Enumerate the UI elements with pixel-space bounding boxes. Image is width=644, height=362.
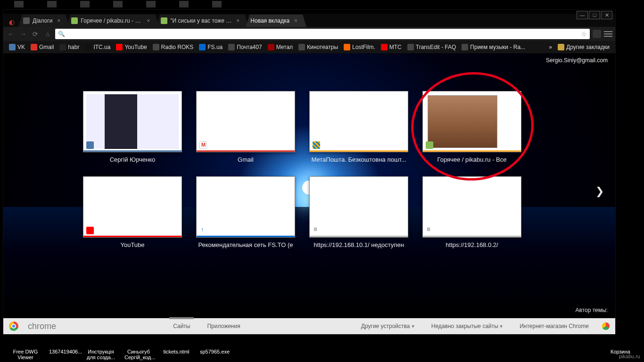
window-close-button[interactable]: ✕ [601, 11, 612, 19]
desktop-top-icons [0, 1, 644, 8]
tile-title: Сергій Юрченко [110, 156, 156, 163]
most-visited-tile[interactable]: YouTube [83, 176, 182, 248]
window-maximize-button[interactable]: □ [589, 11, 600, 19]
bookmark-label: YouTube [124, 44, 147, 50]
bookmarks-bar: VK Gmail habr ITC.ua YouTube Radio ROKS … [3, 41, 615, 53]
tab-close-icon[interactable]: × [147, 18, 152, 24]
bookmark-label: FS.ua [207, 44, 223, 50]
extension-icon[interactable] [593, 30, 601, 38]
bookmark-item[interactable]: YouTube [114, 43, 149, 51]
bookmark-item[interactable]: Кинотеатры [297, 43, 340, 51]
tab-label: Горячее / pikabu.ru - Все [81, 17, 142, 24]
bookmark-item[interactable]: LostFilm. [342, 43, 377, 51]
tab-0[interactable]: Діалоги× [18, 15, 69, 27]
tile-favicon [86, 141, 94, 149]
bookmark-item[interactable]: Почта407 [226, 43, 264, 51]
chrome-menu-icon[interactable] [604, 31, 612, 37]
bookmark-label: VK [17, 44, 25, 50]
tab-2[interactable]: "И сиськи у вас тоже збс× [156, 15, 248, 27]
most-visited-tile[interactable]: Сергій Юрченко [83, 91, 182, 163]
bookmark-label: habr [68, 44, 79, 50]
footer-sites-tab[interactable]: Сайты [169, 321, 194, 331]
address-input[interactable] [68, 31, 578, 37]
tab-label: "И сиськи у вас тоже збс [170, 17, 231, 24]
web-store-icon [602, 322, 610, 330]
new-tab-page: Sergio.Siniy@gmail.com Сергій ЮрченкоGma… [3, 53, 615, 318]
tab-close-icon[interactable]: × [294, 18, 300, 24]
titlebar: — □ ✕ [3, 10, 615, 14]
bookmark-label: МТС [389, 44, 402, 50]
bookmark-label: Radio ROKS [161, 44, 194, 50]
reload-button[interactable]: ⟳ [31, 29, 40, 39]
tab-1[interactable]: Горячее / pikabu.ru - Все× [66, 15, 159, 27]
bookmark-item[interactable]: Метал [266, 43, 295, 51]
footer-web-store[interactable]: Интернет-магазин Chrome [516, 321, 593, 331]
most-visited-tile[interactable]: Gmail [196, 91, 295, 163]
tile-favicon [313, 141, 320, 149]
tile-title: YouTube [120, 241, 144, 248]
ntp-footer: chrome Сайты Приложения Другие устройств… [3, 318, 615, 334]
tile-favicon [199, 227, 207, 234]
tile-title: Горячее / pikabu.ru - Все [437, 156, 506, 163]
chrome-logo-icon [9, 321, 18, 331]
tab-strip: ◐ Діалоги× Горячее / pikabu.ru - Все× "И… [3, 14, 615, 27]
desktop-shortcut-label[interactable]: 1367419406... [49, 349, 77, 360]
bookmarks-overflow-button[interactable]: » [547, 44, 554, 50]
tile-title: https://192.168.0.2/ [446, 241, 498, 248]
desktop-shortcut-label[interactable]: Инструкція для созда... [87, 349, 115, 360]
tab-scroll-icon: ◐ [7, 17, 17, 27]
most-visited-tile[interactable]: Горячее / pikabu.ru - Все [422, 91, 521, 163]
tile-title: https://192.168.10.1/ недоступен [314, 241, 404, 248]
most-visited-tile[interactable]: https://192.168.10.1/ недоступен [309, 176, 408, 248]
bookmark-star-icon[interactable]: ☆ [581, 30, 587, 38]
most-visited-tile[interactable]: МетаПошта. Безкоштовна пошт... [309, 91, 408, 163]
most-visited-tile[interactable]: Рекомендательная сеть FS.TO (e [196, 176, 295, 248]
tile-favicon [426, 227, 433, 234]
bookmark-item[interactable]: ITC.ua [83, 43, 112, 51]
other-bookmarks-folder[interactable]: Другие закладки [556, 43, 611, 51]
tile-thumbnail [196, 91, 295, 152]
desktop-shortcut-label[interactable]: tickets.ntml [162, 349, 190, 360]
window-minimize-button[interactable]: — [577, 11, 588, 19]
tile-thumbnail [422, 176, 521, 238]
bookmark-item[interactable]: Radio ROKS [151, 43, 196, 51]
bookmark-item[interactable]: МТС [379, 43, 404, 51]
forward-button[interactable]: → [18, 29, 28, 39]
bookmark-label: Другие закладки [566, 44, 610, 50]
bookmark-label: Метал [276, 44, 293, 50]
omnibox[interactable]: 🔍 ☆ [55, 29, 590, 39]
footer-recently-closed[interactable]: Недавно закрытые сайты [428, 321, 506, 331]
bookmark-item[interactable]: habr [58, 43, 81, 51]
chrome-brand-label: chrome [28, 321, 56, 331]
tile-thumbnail [83, 176, 182, 238]
theme-author-label: Автор темы: [576, 307, 608, 313]
tile-favicon [426, 141, 433, 149]
bookmark-label: LostFilm. [352, 44, 375, 50]
most-visited-grid: Сергій ЮрченкоGmailМетаПошта. Безкоштовн… [83, 91, 536, 248]
desktop-shortcut-label[interactable]: Синьогуб Сергій_код... [124, 349, 153, 360]
browser-window: — □ ✕ ◐ Діалоги× Горячее / pikabu.ru - В… [3, 9, 616, 335]
watermark-label: pikabu.ru [619, 354, 640, 359]
bookmark-item[interactable]: Прием музыки - Ra... [460, 43, 527, 51]
home-button[interactable]: ⌂ [43, 29, 52, 39]
tab-3[interactable]: Новая вкладка× [246, 15, 306, 27]
bookmark-label: Почта407 [237, 44, 262, 50]
tab-close-icon[interactable]: × [57, 18, 63, 24]
bookmark-item[interactable]: FS.ua [197, 43, 224, 51]
desktop-shortcut-label[interactable]: Free DWG Viewer [11, 349, 40, 360]
back-button[interactable]: ← [6, 29, 16, 39]
bookmark-item[interactable]: VK [7, 43, 27, 51]
tile-thumbnail [309, 176, 408, 238]
tile-thumbnail [422, 91, 521, 152]
tab-close-icon[interactable]: × [236, 18, 242, 24]
tiles-next-button[interactable]: ❯ [595, 185, 604, 197]
tile-thumbnail [309, 91, 408, 152]
account-label[interactable]: Sergio.Siniy@gmail.com [546, 57, 608, 64]
bookmark-item[interactable]: Gmail [29, 43, 56, 51]
footer-other-devices[interactable]: Другие устройства [357, 321, 418, 331]
footer-apps-tab[interactable]: Приложения [203, 321, 244, 331]
most-visited-tile[interactable]: https://192.168.0.2/ [422, 176, 521, 248]
bookmark-item[interactable]: TransEdit - FAQ [405, 43, 458, 51]
desktop-shortcut-label[interactable]: sp57965.exe [200, 349, 228, 360]
tile-thumbnail [83, 91, 182, 152]
